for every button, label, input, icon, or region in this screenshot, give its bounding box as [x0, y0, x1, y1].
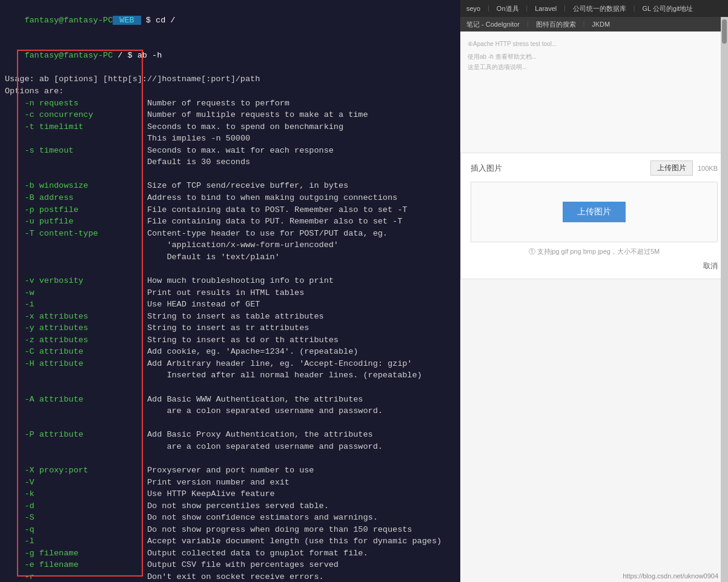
- option-desc-19: String to insert as tr attributes: [147, 323, 309, 332]
- scrollbar[interactable]: [721, 17, 728, 582]
- terminal-option-38: -g filename Output collected data to gnu…: [5, 547, 455, 560]
- terminal-option-7: -b windowsize Size of TCP send/receive b…: [5, 180, 455, 192]
- terminal-option-39: -e filename Output CSV file with percent…: [5, 559, 455, 571]
- terminal-option-4: -s timeout Seconds to max. wait for each…: [5, 145, 455, 157]
- terminal-option-16: -w Print out results in HTML tables: [5, 287, 455, 299]
- option-desc-39: Output CSV file with percentages served: [147, 560, 339, 569]
- options-list: -n requests Number of requests to perfor…: [5, 98, 455, 583]
- prompt-cmd: $ cd /: [141, 16, 176, 25]
- option-flag-18: -x attributes: [5, 311, 147, 323]
- upload-drop-area[interactable]: 上传图片: [471, 182, 718, 242]
- option-flag-15: -v verbosity: [5, 275, 147, 287]
- terminal-option-0: -n requests Number of requests to perfor…: [5, 98, 455, 110]
- terminal-option-8: -B address Address to bind to when makin…: [5, 192, 455, 204]
- nav-item-notes[interactable]: 笔记 - Codelgnitor: [464, 19, 522, 30]
- nav-sep-3: |: [563, 5, 567, 12]
- terminal-option-17: -i Use HEAD instead of GET: [5, 299, 455, 311]
- terminal-option-36: -q Do not show progress when doing more …: [5, 524, 455, 536]
- terminal-option-32: -V Print version number and exit: [5, 477, 455, 489]
- nav-item-search[interactable]: 图特百的搜索: [534, 19, 578, 30]
- option-desc-21: Add cookie, eg. 'Apache=1234'. (repeatab…: [147, 347, 358, 356]
- terminal-option-28: -P attribute Add Basic Proxy Authenticat…: [5, 429, 455, 441]
- option-flag-11: -T content-type: [5, 228, 147, 240]
- option-flag-29: [5, 441, 147, 453]
- option-desc-11: Content-type header to use for POST/PUT …: [147, 229, 388, 238]
- option-flag-37: -l: [5, 535, 147, 547]
- prompt-user: fantasy@fantasy-PC: [24, 16, 113, 25]
- scroll-thumb[interactable]: [722, 19, 727, 44]
- option-desc-29: are a colon separated username and passw…: [147, 442, 383, 451]
- option-desc-37: Accept variable document length (use thi…: [147, 537, 442, 546]
- terminal-option-31: -X proxy:port Proxyserver and port numbe…: [5, 465, 455, 477]
- option-flag-7: -b windowsize: [5, 180, 147, 192]
- right-panel: seyo | On道具 | Laravel | 公司统一的数据库 | GL 公司…: [460, 0, 728, 582]
- terminal-option-11: -T content-type Content-type header to u…: [5, 228, 455, 240]
- options-header: Options are:: [5, 85, 455, 98]
- option-flag-21: -C attribute: [5, 346, 147, 358]
- nav-item-jkdm[interactable]: JKDM: [589, 19, 612, 29]
- option-flag-36: -q: [5, 524, 147, 536]
- nav-sep-6: |: [582, 21, 586, 28]
- option-flag-24: [5, 382, 147, 394]
- option-desc-4: Seconds to max. wait for each response: [147, 146, 334, 155]
- upload-image-btn-top[interactable]: 上传图片: [650, 160, 693, 176]
- option-flag-4: -s timeout: [5, 145, 147, 157]
- terminal-option-13: Default is 'text/plain': [5, 251, 455, 263]
- nav-item-seyo[interactable]: seyo: [464, 4, 483, 13]
- option-flag-1: -c concurrency: [5, 109, 147, 121]
- option-flag-33: -k: [5, 488, 147, 500]
- option-desc-38: Output collected data to gnuplot format …: [147, 549, 368, 558]
- terminal-option-19: -y attributes String to insert as tr att…: [5, 322, 455, 334]
- option-flag-39: -e filename: [5, 559, 147, 571]
- terminal-option-20: -z attributes String to insert as td or …: [5, 334, 455, 346]
- terminal-option-22: -H attribute Add Arbitrary header line, …: [5, 358, 455, 370]
- terminal-option-34: -d Do not show percentiles served table.: [5, 500, 455, 512]
- terminal-option-29: are a colon separated username and passw…: [5, 441, 455, 453]
- nav-sep-5: |: [526, 21, 530, 28]
- option-flag-14: [5, 263, 147, 275]
- option-desc-33: Use HTTP KeepAlive feature: [147, 489, 275, 498]
- upload-section: 插入图片 上传图片 100KB 上传图片 ① 支持jpg gif png bmp…: [460, 153, 728, 279]
- option-flag-28: -P attribute: [5, 429, 147, 441]
- option-desc-18: String to insert as table attributes: [147, 312, 324, 321]
- nav-sep-1: |: [486, 5, 491, 12]
- option-desc-17: Use HEAD instead of GET: [147, 300, 260, 309]
- url-bar: https://blog.csdn.net/uknow0904: [623, 572, 718, 580]
- nav-item-on[interactable]: On道具: [494, 3, 521, 15]
- option-desc-0: Number of requests to perform: [147, 99, 290, 108]
- option-desc-31: Proxyserver and port number to use: [147, 466, 314, 475]
- option-desc-23: Inserted after all normal header lines. …: [147, 371, 422, 380]
- option-desc-34: Do not show percentiles served table.: [147, 501, 329, 511]
- nav-item-db[interactable]: 公司统一的数据库: [571, 3, 629, 15]
- cancel-row: 取消: [471, 261, 718, 271]
- option-flag-20: -z attributes: [5, 334, 147, 346]
- terminal-option-5: Default is 30 seconds: [5, 156, 455, 168]
- terminal-option-33: -k Use HTTP KeepAlive feature: [5, 488, 455, 500]
- upload-controls-right: 上传图片 100KB: [650, 160, 718, 176]
- option-desc-12: 'application/x-www-form-urlencoded': [147, 240, 339, 250]
- option-flag-13: [5, 251, 147, 263]
- nav-item-laravel[interactable]: Laravel: [532, 4, 559, 13]
- terminal-option-6: [5, 168, 455, 180]
- option-flag-5: [5, 156, 147, 168]
- option-flag-27: [5, 417, 147, 429]
- option-flag-35: -S: [5, 512, 147, 524]
- top-nav-row2: 笔记 - Codelgnitor | 图特百的搜索 | JKDM: [460, 17, 728, 31]
- terminal-option-14: [5, 263, 455, 275]
- option-desc-1: Number of multiple requests to make at a…: [147, 110, 368, 119]
- option-flag-31: -X proxy:port: [5, 465, 147, 477]
- option-desc-22: Add Arbitrary header line, eg. 'Accept-E…: [147, 359, 412, 368]
- terminal-option-9: -p postfile File containing data to POST…: [5, 204, 455, 216]
- option-desc-28: Add Basic Proxy Authentication, the attr…: [147, 430, 373, 439]
- option-desc-2: Seconds to max. to spend on benchmarking: [147, 122, 343, 131]
- terminal-option-37: -l Accept variable document length (use …: [5, 535, 455, 547]
- option-desc-7: Size of TCP send/receive buffer, in byte…: [147, 181, 348, 190]
- terminal-option-1: -c concurrency Number of multiple reques…: [5, 109, 455, 121]
- nav-item-gl[interactable]: GL 公司的git地址: [640, 3, 695, 15]
- option-desc-36: Do not show progress when doing more tha…: [147, 525, 412, 534]
- cancel-button[interactable]: 取消: [703, 261, 718, 271]
- terminal-option-10: -u putfile File containing data to PUT. …: [5, 216, 455, 228]
- option-desc-3: This implies -n 50000: [147, 134, 250, 143]
- upload-main-button[interactable]: 上传图片: [563, 202, 626, 222]
- top-nav: seyo | On道具 | Laravel | 公司统一的数据库 | GL 公司…: [460, 0, 728, 17]
